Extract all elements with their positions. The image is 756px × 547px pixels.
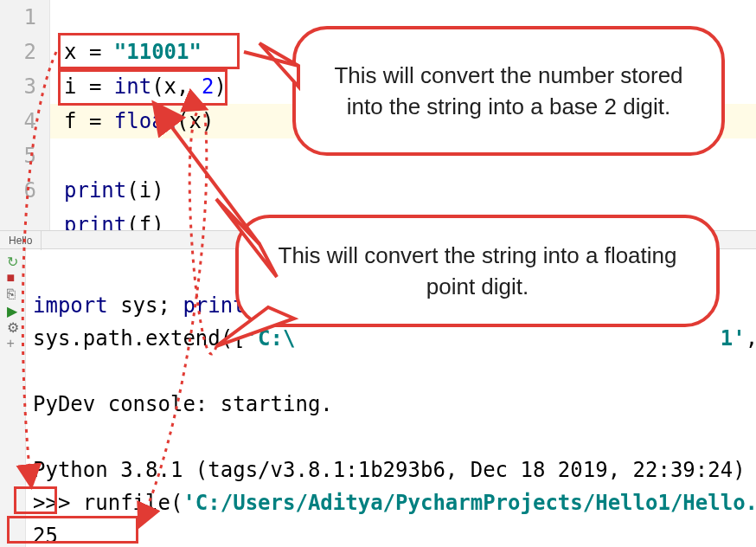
line-number: 6 xyxy=(0,173,36,208)
line-number: 2 xyxy=(0,35,36,69)
scroll-icon[interactable]: ⎘ xyxy=(7,286,19,299)
annotation-box-out2 xyxy=(7,516,138,544)
stop-icon[interactable]: ■ xyxy=(7,270,19,282)
annotation-box-int xyxy=(58,33,240,69)
editor-gutter: 1 2 3 4 5 6 xyxy=(0,0,50,230)
console-line xyxy=(33,359,45,383)
play-icon[interactable]: ▶ xyxy=(7,303,19,315)
callout-text: This will convert the number stored into… xyxy=(322,60,695,122)
root: 1 2 3 4 5 6 x = "11001" i = int(x, 2) f … xyxy=(0,0,756,547)
code-line-4 xyxy=(64,144,76,168)
annotation-box-out1 xyxy=(14,486,57,514)
rerun-icon[interactable]: ↻ xyxy=(7,254,19,266)
console-line: Python 3.8.1 (tags/v3.8.1:1b293b6, Dec 1… xyxy=(33,458,756,482)
line-number: 3 xyxy=(0,69,36,104)
code-line-3: f = float(x) xyxy=(64,109,214,133)
console-line: PyDev console: starting. xyxy=(33,392,333,416)
callout-int: This will convert the number stored into… xyxy=(292,26,725,156)
line-number: 5 xyxy=(0,138,36,173)
code-line-5: print(i) xyxy=(64,178,164,203)
callout-float: This will convert the string into a floa… xyxy=(235,215,720,327)
line-number: 1 xyxy=(0,0,36,35)
console-line: >>> runfile('C:/Users/Aditya/PycharmProj… xyxy=(33,491,756,515)
console-tab-hello[interactable]: Hello xyxy=(0,231,42,250)
gear-icon[interactable]: ⚙ xyxy=(7,319,19,331)
console-line xyxy=(33,425,45,449)
plus-icon[interactable]: + xyxy=(7,336,19,348)
line-number: 4 xyxy=(0,104,36,138)
callout-text: This will convert the string into a floa… xyxy=(265,240,690,302)
console-line: sys.path.extend(['C:\ 1', xyxy=(33,326,756,351)
annotation-box-float xyxy=(58,69,227,106)
